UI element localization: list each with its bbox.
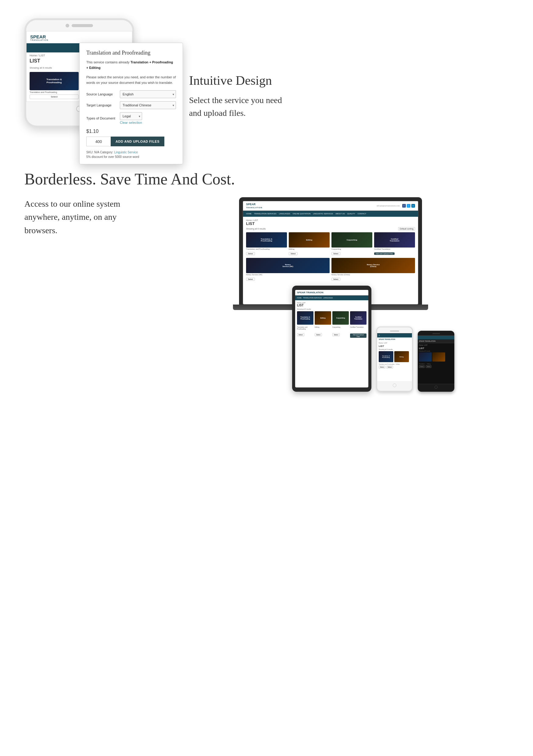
tablet-nav-home[interactable]: HOME <box>297 297 301 299</box>
small-phone-select-edit[interactable]: Select <box>386 365 393 368</box>
devices-overlay: SPEAR TRANSLATION HOME TRANSLATION SERVI… <box>292 285 454 392</box>
tablet-add-cert[interactable]: Add and Upload Files <box>350 334 367 338</box>
tablet-name-tp: Translation and Proofreading <box>297 326 314 330</box>
nav-about[interactable]: ABOUT US <box>335 213 345 215</box>
tablet-product-img-edit: Editing <box>315 311 331 325</box>
modal-title: Translation and Proofreading <box>86 50 176 56</box>
modal-clear-link[interactable]: Clear selection <box>120 121 142 124</box>
phone-results-text: Showing all 6 results <box>30 67 52 69</box>
tablet-product-img-tp: Translation &Proofreading <box>297 311 314 325</box>
dark-phone-select-tp[interactable]: Select <box>419 365 425 368</box>
laptop-product-img-edit: Editing <box>289 232 330 248</box>
laptop-list-title: LIST <box>246 221 415 226</box>
laptop-sort-btn[interactable]: Default sorting <box>398 227 415 230</box>
laptop-product-img-cop: Copywriting <box>331 232 372 248</box>
phone-speaker <box>72 24 93 27</box>
laptop-product-label-notary-cn: Notary Service(China) <box>367 264 379 267</box>
laptop-product-label-cop: Copywriting <box>347 239 357 241</box>
small-phone-btns: Select Select <box>377 365 412 368</box>
phone-product-tp: Translation &Proofreading Translation an… <box>30 72 79 99</box>
modal-target-select-wrapper[interactable]: Traditional Chinese <box>120 101 176 109</box>
tablet-select-edit[interactable]: Select <box>315 333 322 336</box>
laptop-product-name-notary-cn: Notary Service (China) <box>331 274 415 276</box>
small-phone-results: Showing all 6 results <box>377 348 412 351</box>
twitter-icon: t <box>407 204 410 207</box>
laptop-select-btn-cop[interactable]: Select <box>331 252 340 255</box>
tablet-nav-lang[interactable]: LANGUAGES <box>323 297 333 299</box>
modal-types-select-wrapper[interactable]: Legal <box>120 112 142 120</box>
tablet-nav-trans[interactable]: TRANSLATION SERVICES <box>303 297 322 299</box>
tablet-screen: SPEAR TRANSLATION HOME TRANSLATION SERVI… <box>295 290 368 388</box>
modal-source-select[interactable]: English <box>120 90 176 98</box>
tablet-body: Home / LIST LIST Showing all 6 results T… <box>295 300 368 339</box>
modal-qty-input[interactable] <box>86 137 111 146</box>
small-phone-nav: ☰ <box>377 333 412 338</box>
phone-area: SPEAR TRANSLATION ☰ Home / LIST LIST Sho… <box>24 18 171 127</box>
dark-phone-screen: SPEAR TRANSLATION Home / LIST LIST Showi… <box>418 335 454 384</box>
tablet-list-title: LIST <box>297 304 367 307</box>
small-phone-speaker <box>390 331 399 332</box>
small-phone-select-tp[interactable]: Select <box>379 365 385 368</box>
nav-translation[interactable]: TRANSLATION SERVICES <box>254 213 276 215</box>
tablet-products-1: Translation &Proofreading Editing <box>297 311 367 325</box>
small-phone-title: LIST <box>377 345 412 348</box>
laptop-results-text: Showing all 6 results <box>246 228 266 230</box>
facebook-icon: f <box>402 204 406 207</box>
modal-target-row: Target Language Traditional Chinese <box>86 101 176 109</box>
laptop-product-name-cop: Copywriting <box>331 248 372 250</box>
laptop-select-btn-edit[interactable]: Select <box>289 252 297 255</box>
laptop-select-btn-notary-hk[interactable]: Select <box>246 278 255 281</box>
modal-add-upload-button[interactable]: ADD AND UPLOAD FILES <box>111 137 164 146</box>
phone-logo: SPEAR <box>30 35 46 39</box>
tablet-results: Showing all 6 results <box>297 308 367 310</box>
modal-sku-text: SKU: N/A Category: <box>86 150 113 154</box>
small-phone-body: SPEAR TRANSLATION Home / LIST LIST Showi… <box>377 338 412 368</box>
modal-price: $1.10 <box>86 129 176 134</box>
tablet-product-label-cop: Copywriting <box>336 317 345 319</box>
modal-source-select-wrapper[interactable]: English <box>120 90 176 98</box>
laptop-product-notary-hk: NotaryService (HK) Notary Service (HK) S… <box>246 258 330 281</box>
modal-target-select[interactable]: Traditional Chinese <box>120 101 176 109</box>
nav-languages[interactable]: LANGUAGES <box>279 213 290 215</box>
tablet-product-names: Translation and Proofreading Editing Cop… <box>297 326 367 330</box>
tablet-select-cop[interactable]: Select <box>332 333 340 336</box>
tablet-product-label-edit: Editing <box>321 317 326 319</box>
tablet-btns: Select Select Select Add and Upload File… <box>297 331 367 338</box>
modal-source-label: Source Language <box>86 93 120 96</box>
nav-quality[interactable]: QUALITY <box>347 213 355 215</box>
dark-phone-header: SPEAR TRANSLATION <box>418 339 454 343</box>
laptop-select-btn-tp[interactable]: Select <box>246 252 255 255</box>
laptop-product-name-edit: Editing <box>289 248 330 250</box>
laptop-add-btn-cert[interactable]: Add and Upload Files <box>374 253 395 255</box>
phone-logo-sub: TRANSLATION <box>30 39 48 41</box>
modal-desc: This service contains already Translatio… <box>86 60 176 70</box>
small-phone-product-edit: Editing <box>394 351 409 362</box>
nav-quotation[interactable]: ONLINE QUOTATION <box>293 213 311 215</box>
phone-select-btn-tp[interactable]: Select <box>30 94 79 99</box>
phone-product-name-tp: Translation and Proofreading <box>30 91 79 93</box>
tablet-product-tp: Translation &Proofreading <box>297 311 314 325</box>
borderless-heading: Borderless. Save Time And Cost. <box>24 170 509 188</box>
modal-sku-link[interactable]: Linguistic Service <box>114 150 138 154</box>
nav-contact[interactable]: CONTACT <box>357 213 366 215</box>
dark-phone-select-edit[interactable]: Select <box>426 365 432 368</box>
small-phone-nav-icon[interactable]: ☰ <box>379 335 380 336</box>
small-phone-logo: SPEAR TRANSLATION <box>377 338 412 341</box>
dark-phone-names: Translation... Editing <box>418 363 454 365</box>
nav-linguistic[interactable]: LINGUISTIC SERVICES <box>313 213 333 215</box>
borderless-body: Access to our online systemanywhere, any… <box>24 197 140 237</box>
borderless-content: Access to our online systemanywhere, any… <box>24 197 509 392</box>
dark-phone-device: SPEAR TRANSLATION Home / LIST LIST Showi… <box>418 331 454 392</box>
nav-home[interactable]: HOME <box>246 213 252 215</box>
intuitive-body: Select the service you needand upload fi… <box>189 94 509 120</box>
tablet-logo: SPEAR TRANSLATION <box>297 291 367 294</box>
laptop-product-label-notary-hk: NotaryService (HK) <box>282 264 293 267</box>
laptop-product-cop: Copywriting Copywriting Select <box>331 232 372 256</box>
intuitive-text-area: Intuitive Design Select the service you … <box>189 18 509 120</box>
modal-source-row: Source Language English <box>86 90 176 98</box>
small-phone-home-button[interactable] <box>393 384 396 387</box>
dark-phone-home-button[interactable] <box>435 386 437 389</box>
modal-types-select[interactable]: Legal <box>120 112 142 120</box>
tablet-select-tp[interactable]: Select <box>297 333 304 336</box>
laptop-select-btn-notary-cn[interactable]: Select <box>331 278 340 281</box>
